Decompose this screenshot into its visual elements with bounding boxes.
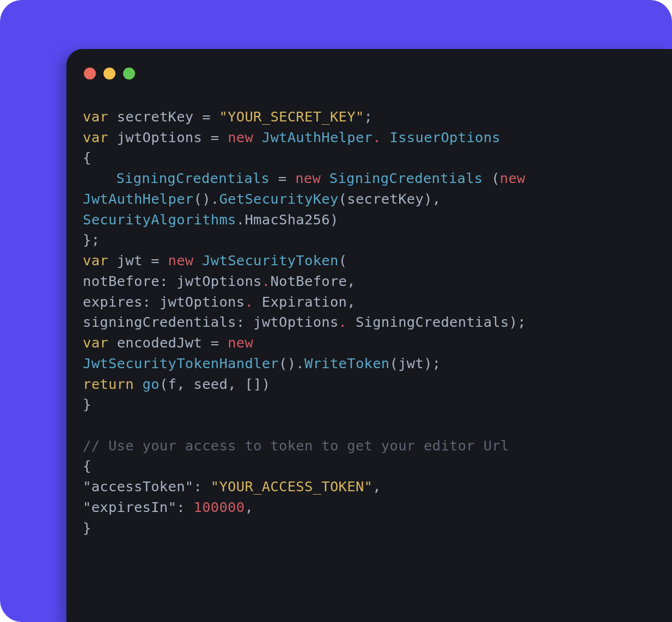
paren: ), bbox=[424, 191, 441, 207]
window-controls bbox=[84, 68, 656, 80]
keyword-var: var bbox=[83, 334, 108, 351]
json-key: "expiresIn" bbox=[83, 499, 176, 515]
space bbox=[321, 170, 329, 186]
colon: : bbox=[176, 499, 193, 515]
comma: , bbox=[372, 478, 381, 495]
string-literal: "YOUR_ACCESS_TOKEN" bbox=[211, 478, 372, 495]
keyword-new: new bbox=[168, 252, 194, 269]
dot: . bbox=[372, 129, 381, 145]
code-line: } bbox=[83, 396, 91, 412]
blank-line bbox=[83, 417, 91, 433]
property: NotBefore bbox=[270, 273, 347, 289]
dot: . bbox=[211, 191, 219, 207]
named-arg: notBefore bbox=[83, 273, 160, 289]
space bbox=[347, 314, 356, 330]
number-literal: 100000 bbox=[194, 499, 245, 515]
brace: }; bbox=[83, 231, 100, 248]
code-line: JwtSecurityTokenHandler().WriteToken(jwt… bbox=[83, 355, 441, 371]
identifier: jwt bbox=[398, 355, 424, 371]
comma: , bbox=[245, 499, 253, 515]
punct: = bbox=[194, 108, 219, 125]
colon: : bbox=[236, 314, 245, 330]
string-literal: "YOUR_SECRET_KEY" bbox=[219, 108, 364, 125]
colon: : bbox=[160, 273, 168, 289]
punct: = bbox=[143, 252, 168, 269]
code-line: { bbox=[83, 149, 91, 166]
keyword-new: new bbox=[228, 334, 253, 351]
identifier: f bbox=[168, 376, 177, 392]
keyword-new: new bbox=[228, 129, 253, 145]
space bbox=[245, 314, 253, 330]
identifier: jwtOptions bbox=[253, 314, 339, 330]
punct: , bbox=[347, 294, 356, 310]
method-name: WriteToken bbox=[304, 355, 390, 371]
paren: ( bbox=[339, 191, 347, 207]
paren: ); bbox=[424, 355, 441, 371]
parens: () bbox=[279, 355, 296, 371]
code-editor-window: var secretKey = "YOUR_SECRET_KEY"; var j… bbox=[66, 49, 672, 622]
method-name: GetSecurityKey bbox=[219, 191, 338, 207]
keyword-var: var bbox=[83, 129, 108, 145]
code-line: expires: jwtOptions. Expiration, bbox=[83, 294, 356, 310]
code-line: var secretKey = "YOUR_SECRET_KEY"; bbox=[83, 108, 372, 125]
code-line: SigningCredentials = new SigningCredenti… bbox=[83, 170, 526, 186]
space bbox=[381, 129, 390, 145]
type-name: JwtSecurityTokenHandler bbox=[83, 355, 279, 371]
dot: . bbox=[236, 211, 245, 228]
code-line: }; bbox=[83, 231, 100, 248]
maximize-button[interactable] bbox=[123, 68, 135, 80]
keyword-var: var bbox=[83, 108, 108, 125]
code-line: notBefore: jwtOptions.NotBefore, bbox=[83, 273, 356, 289]
punct: ); bbox=[509, 314, 526, 330]
type-name: SecurityAlgorithms bbox=[83, 211, 236, 228]
paren: ( bbox=[491, 170, 500, 186]
code-line: var jwtOptions = new JwtAuthHelper. Issu… bbox=[83, 129, 500, 145]
json-key: "accessToken" bbox=[83, 478, 193, 495]
code-line: SecurityAlgorithms.HmacSha256) bbox=[83, 211, 339, 228]
code-content[interactable]: var secretKey = "YOUR_SECRET_KEY"; var j… bbox=[83, 107, 656, 538]
keyword-var: var bbox=[83, 252, 108, 269]
code-line: return go(f, seed, []) bbox=[83, 376, 270, 392]
identifier: secretKey bbox=[117, 108, 194, 125]
brace: { bbox=[83, 149, 91, 166]
identifier: jwt bbox=[117, 252, 143, 269]
dot: . bbox=[262, 273, 271, 289]
paren: ( bbox=[390, 355, 399, 371]
type-name: JwtAuthHelper bbox=[262, 129, 372, 145]
code-line: var encodedJwt = new bbox=[83, 334, 253, 351]
code-line: // Use your access to token to get your … bbox=[83, 437, 509, 454]
keyword-return: return bbox=[83, 376, 134, 392]
code-line: var jwt = new JwtSecurityToken( bbox=[83, 252, 347, 269]
brace: { bbox=[83, 458, 91, 474]
paren: ( bbox=[339, 252, 347, 269]
minimize-button[interactable] bbox=[103, 68, 115, 80]
dot: . bbox=[339, 314, 347, 330]
function-call: go bbox=[143, 376, 160, 392]
brace: } bbox=[83, 520, 91, 536]
keyword-new: new bbox=[500, 170, 526, 186]
named-arg: expires bbox=[83, 294, 143, 310]
punct: , bbox=[347, 273, 356, 289]
close-button[interactable] bbox=[84, 68, 96, 80]
named-arg: signingCredentials bbox=[83, 314, 236, 330]
code-line: { bbox=[83, 458, 91, 474]
space bbox=[194, 252, 203, 269]
comment: // Use your access to token to get your … bbox=[83, 437, 509, 454]
punct: = bbox=[270, 170, 295, 186]
identifier: encodedJwt bbox=[117, 334, 203, 351]
type-name: JwtAuthHelper bbox=[83, 191, 193, 207]
code-line: "expiresIn": 100000, bbox=[83, 499, 253, 515]
type-name: SigningCredentials bbox=[329, 170, 483, 186]
paren: ) bbox=[330, 211, 339, 228]
identifier: seed bbox=[194, 376, 228, 392]
keyword-new: new bbox=[295, 170, 321, 186]
identifier: secretKey bbox=[347, 191, 424, 207]
space bbox=[151, 294, 160, 310]
comma: , bbox=[228, 376, 245, 392]
code-line bbox=[83, 417, 91, 433]
dot: . bbox=[296, 355, 304, 371]
code-line: JwtAuthHelper().GetSecurityKey(secretKey… bbox=[83, 191, 441, 207]
colon: : bbox=[143, 294, 151, 310]
comma: , bbox=[176, 376, 193, 392]
punct: ; bbox=[364, 108, 373, 125]
